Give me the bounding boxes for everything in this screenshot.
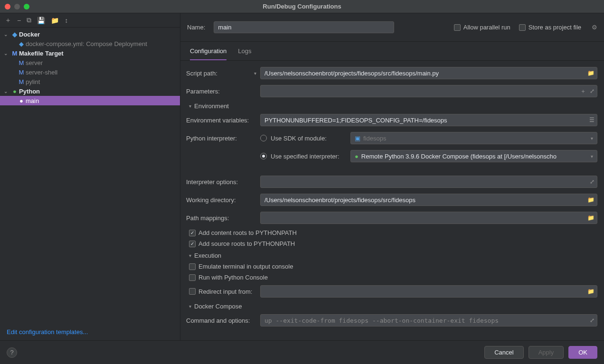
sort-icon[interactable]: ↕ xyxy=(65,17,68,24)
interpreter-label: Python interpreter: xyxy=(186,135,260,142)
emulate-terminal-checkbox[interactable]: Emulate terminal in output console xyxy=(186,263,597,270)
python-icon: ● xyxy=(17,97,26,104)
expand-icon[interactable]: ⤢ xyxy=(590,178,595,185)
tree-group-makefile[interactable]: ⌄ M Makefile Target xyxy=(0,48,180,58)
tree-item-server-shell[interactable]: M server-shell xyxy=(0,67,180,77)
section-label: Docker Compose xyxy=(194,303,242,310)
tab-logs[interactable]: Logs xyxy=(238,47,251,60)
folder-icon[interactable]: 📁 xyxy=(587,196,595,203)
tree-group-label: Python xyxy=(19,88,40,95)
docker-compose-section[interactable]: ▾ Docker Compose xyxy=(189,303,597,310)
name-input[interactable] xyxy=(214,21,394,33)
python-console-checkbox[interactable]: Run with Python Console xyxy=(186,274,597,281)
chevron-down-icon: ⌄ xyxy=(4,51,10,56)
chevron-down-icon: ⌄ xyxy=(4,89,10,94)
section-label: Environment xyxy=(194,103,229,110)
script-path-input[interactable] xyxy=(260,67,597,79)
save-icon[interactable]: 💾 xyxy=(37,17,45,24)
edit-templates-link[interactable]: Edit configuration templates... xyxy=(0,324,180,340)
plus-icon[interactable]: ＋ xyxy=(580,87,586,95)
radio-label: Use specified interpreter: xyxy=(271,153,340,160)
env-vars-label: Environment variables: xyxy=(186,117,260,124)
folder-icon[interactable]: 📁 xyxy=(587,70,595,76)
checkbox-icon xyxy=(189,230,196,236)
store-as-project-checkbox[interactable]: Store as project file xyxy=(519,24,581,31)
checkbox-icon xyxy=(189,288,196,295)
folder-icon[interactable]: 📁 xyxy=(587,288,595,295)
add-source-roots-checkbox[interactable]: Add source roots to PYTHONPATH xyxy=(186,240,597,247)
cmd-opts-input[interactable] xyxy=(260,314,597,327)
pathmap-input[interactable] xyxy=(260,212,597,224)
add-icon[interactable]: ＋ xyxy=(5,16,11,25)
tree-group-python[interactable]: ⌄ ● Python xyxy=(0,86,180,96)
tree-group-docker[interactable]: ⌄ ◆ Docker xyxy=(0,29,180,39)
chevron-down-icon: ⌄ xyxy=(4,32,10,37)
execution-section[interactable]: ▾ Execution xyxy=(189,252,597,259)
checkbox-icon xyxy=(189,241,196,247)
gear-icon[interactable]: ⚙ xyxy=(592,24,597,31)
makefile-icon: M xyxy=(17,69,26,76)
python-icon: ● xyxy=(355,153,359,160)
cmd-opts-label: Command and options: xyxy=(186,317,260,324)
chevron-down-icon[interactable]: ▾ xyxy=(254,71,256,76)
select-value: fidesops xyxy=(363,135,386,142)
minimize-window-icon[interactable] xyxy=(14,4,20,9)
compose-icon: ◆ xyxy=(17,40,26,47)
makefile-icon: M xyxy=(10,50,19,57)
cancel-button[interactable]: Cancel xyxy=(484,346,523,359)
environment-section[interactable]: ▾ Environment xyxy=(189,103,597,110)
add-content-roots-checkbox[interactable]: Add content roots to PYTHONPATH xyxy=(186,229,597,236)
radio-sdk-module[interactable] xyxy=(260,135,267,141)
radio-label: Use SDK of module: xyxy=(271,135,327,142)
tree-group-label: Makefile Target xyxy=(19,50,64,57)
checkbox-label: Emulate terminal in output console xyxy=(198,263,293,270)
workdir-input[interactable] xyxy=(260,194,597,206)
radio-specified-interpreter[interactable] xyxy=(260,153,267,159)
apply-button[interactable]: Apply xyxy=(528,346,564,359)
checkbox-label: Run with Python Console xyxy=(198,274,268,281)
tree-item-pylint[interactable]: M pylint xyxy=(0,77,180,86)
maximize-window-icon[interactable] xyxy=(24,4,29,9)
folder-icon[interactable]: 📁 xyxy=(51,17,59,24)
main-panel: Name: Allow parallel run Store as projec… xyxy=(180,13,604,340)
module-icon: ▣ xyxy=(355,135,360,142)
parameters-label: Parameters: xyxy=(186,88,260,95)
tree-item-label: main xyxy=(26,97,39,104)
tree-item-server[interactable]: M server xyxy=(0,58,180,67)
sidebar-toolbar: ＋ − ⧉ 💾 📁 ↕ xyxy=(0,13,180,28)
expand-icon[interactable]: ⤢ xyxy=(590,88,595,94)
redirect-input-field[interactable] xyxy=(260,285,597,298)
help-button[interactable]: ? xyxy=(7,347,17,358)
checkbox-icon xyxy=(519,24,526,31)
chevron-down-icon: ▾ xyxy=(189,103,191,109)
chevron-down-icon: ▾ xyxy=(591,154,593,159)
select-value: Remote Python 3.9.6 Docker Compose (fide… xyxy=(361,153,557,160)
folder-icon[interactable]: 📁 xyxy=(587,215,595,221)
tab-configuration[interactable]: Configuration xyxy=(190,47,226,60)
env-vars-input[interactable] xyxy=(260,114,597,126)
redirect-input-checkbox[interactable]: Redirect input from: xyxy=(186,288,260,295)
tree-item-main[interactable]: ● main xyxy=(0,96,180,105)
config-tree: ⌄ ◆ Docker ◆ docker-compose.yml: Compose… xyxy=(0,28,180,324)
list-icon[interactable]: ☰ xyxy=(589,117,595,123)
close-window-icon[interactable] xyxy=(5,4,10,9)
name-label: Name: xyxy=(187,24,205,31)
tree-item-label: docker-compose.yml: Compose Deployment xyxy=(26,40,147,47)
sdk-module-select[interactable]: ▣ fidesops ▾ xyxy=(350,132,597,144)
allow-parallel-checkbox[interactable]: Allow parallel run xyxy=(454,24,510,31)
docker-icon: ◆ xyxy=(10,31,19,38)
checkbox-label: Redirect input from: xyxy=(198,288,252,295)
ok-button[interactable]: OK xyxy=(568,346,597,359)
checkbox-label: Add source roots to PYTHONPATH xyxy=(198,240,295,247)
tree-item-label: pylint xyxy=(26,78,40,85)
remove-icon[interactable]: − xyxy=(17,17,21,24)
interp-opts-input[interactable] xyxy=(260,176,597,188)
parameters-input[interactable] xyxy=(260,85,597,97)
tree-item-docker-compose[interactable]: ◆ docker-compose.yml: Compose Deployment xyxy=(0,39,180,48)
expand-icon[interactable]: ⤢ xyxy=(590,317,595,324)
pathmap-label: Path mappings: xyxy=(186,215,260,222)
interpreter-select[interactable]: ● Remote Python 3.9.6 Docker Compose (fi… xyxy=(350,150,597,162)
checkbox-label: Allow parallel run xyxy=(463,24,510,31)
interp-opts-label: Interpreter options: xyxy=(186,178,260,186)
copy-icon[interactable]: ⧉ xyxy=(27,16,31,24)
